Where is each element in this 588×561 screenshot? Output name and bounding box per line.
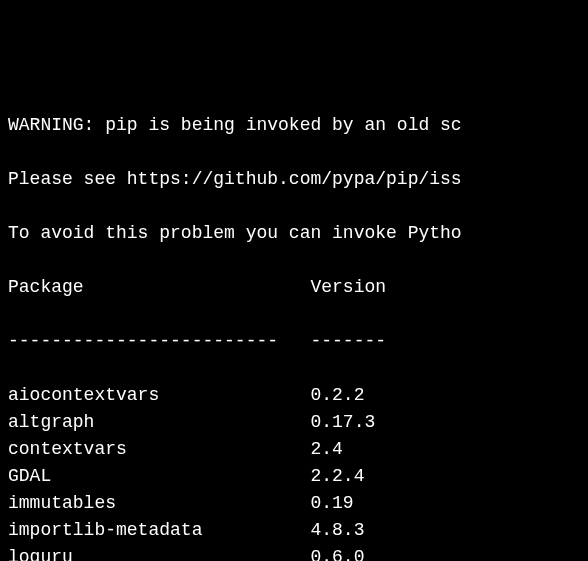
warning-line-2: Please see https://github.com/pypa/pip/i…: [8, 166, 584, 193]
package-name: aiocontextvars: [8, 382, 310, 409]
package-version: 0.6.0: [310, 544, 364, 561]
package-version: 0.19: [310, 490, 353, 517]
table-row: contextvars2.4: [8, 436, 584, 463]
table-row: altgraph0.17.3: [8, 409, 584, 436]
table-separator: --------------------------------: [8, 328, 584, 355]
package-version: 4.8.3: [310, 517, 364, 544]
package-version: 2.2.4: [310, 463, 364, 490]
separator-version: -------: [310, 328, 386, 355]
header-version: Version: [310, 274, 386, 301]
package-list: aiocontextvars0.2.2altgraph0.17.3context…: [8, 382, 584, 561]
table-row: GDAL2.2.4: [8, 463, 584, 490]
header-package: Package: [8, 274, 310, 301]
warning-line-1: WARNING: pip is being invoked by an old …: [8, 112, 584, 139]
package-name: contextvars: [8, 436, 310, 463]
package-name: importlib-metadata: [8, 517, 310, 544]
table-row: importlib-metadata4.8.3: [8, 517, 584, 544]
table-row: immutables0.19: [8, 490, 584, 517]
table-header: PackageVersion: [8, 274, 584, 301]
package-version: 0.2.2: [310, 382, 364, 409]
package-version: 0.17.3: [310, 409, 375, 436]
package-name: GDAL: [8, 463, 310, 490]
package-version: 2.4: [310, 436, 342, 463]
separator-package: -------------------------: [8, 328, 310, 355]
package-name: altgraph: [8, 409, 310, 436]
warning-line-3: To avoid this problem you can invoke Pyt…: [8, 220, 584, 247]
table-row: loguru0.6.0: [8, 544, 584, 561]
package-name: loguru: [8, 544, 310, 561]
table-row: aiocontextvars0.2.2: [8, 382, 584, 409]
package-name: immutables: [8, 490, 310, 517]
